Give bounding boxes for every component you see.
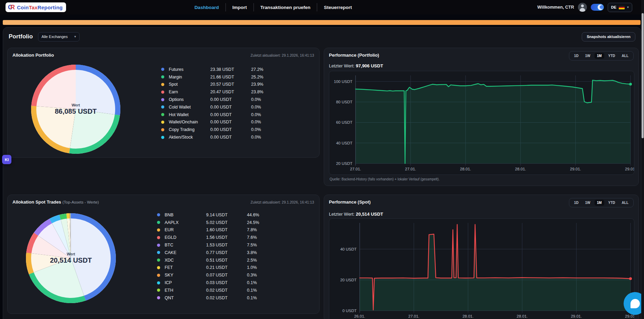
- dark-mode-toggle[interactable]: [591, 4, 604, 11]
- user-avatar-icon[interactable]: [578, 3, 587, 12]
- legend-value: 0.51 USDT: [206, 258, 247, 263]
- legend-color-dot: [157, 213, 160, 216]
- welcome-text: Willkommen, CTR: [537, 5, 574, 10]
- svg-text:28.01.: 28.01.: [460, 167, 471, 171]
- legend-percent: 1.0%: [247, 265, 309, 270]
- range-button-all[interactable]: ALL: [619, 200, 631, 206]
- range-button-1w[interactable]: 1W: [583, 200, 593, 206]
- time-range-selector: 1D1W1MYTDALL: [569, 51, 634, 60]
- legend-color-dot: [157, 266, 160, 269]
- refresh-snapshots-button[interactable]: Snapshots aktualisieren: [582, 32, 635, 41]
- legend-color-dot: [161, 91, 164, 94]
- exchange-filter-select[interactable]: Alle Exchanges ▾: [38, 32, 80, 41]
- range-button-1d[interactable]: 1D: [572, 200, 581, 206]
- scrollbar-track[interactable]: [641, 0, 644, 319]
- legend-percent: 25.2%: [251, 75, 313, 79]
- legend-color-dot: [161, 83, 164, 86]
- legend-value: 0.02 USDT: [206, 288, 247, 293]
- legend-row: ETH0.02 USDT0.1%: [157, 287, 309, 294]
- range-button-1m[interactable]: 1M: [595, 53, 604, 59]
- legend-value: 1.60 USDT: [206, 227, 247, 232]
- legend-color-dot: [157, 251, 160, 254]
- svg-text:28.01.: 28.01.: [462, 314, 473, 318]
- legend-value: 1.56 USDT: [206, 235, 247, 240]
- page-title: Portfolio: [9, 33, 33, 40]
- svg-text:29.01.: 29.01.: [571, 314, 582, 318]
- range-button-1w[interactable]: 1W: [583, 53, 593, 59]
- chat-bubble-icon: [631, 299, 640, 308]
- last-value: 97,906 USDT: [356, 63, 383, 68]
- legend-percent: 0.1%: [247, 288, 309, 293]
- legend-value: 21.66 USDT: [210, 75, 251, 79]
- legend-row: ICP0.03 USDT0.1%: [157, 279, 309, 287]
- legend-label: Options: [169, 97, 210, 102]
- legend-value: 0.03 USDT: [206, 280, 247, 285]
- legend-color-dot: [157, 244, 160, 247]
- legend-value: 20.57 USDT: [210, 82, 251, 87]
- legend-label: Copy Trading: [169, 127, 210, 132]
- chevron-down-icon: ▾: [74, 35, 76, 38]
- legend-label: Futures: [169, 67, 210, 72]
- ki-assistant-button[interactable]: KI: [2, 155, 11, 164]
- line-chart-svg: 0 USDT20 USDT40 USDT26.01.27.01.28.01.28…: [329, 219, 634, 319]
- legend-row: XDC0.51 USDT2.5%: [157, 256, 309, 264]
- legend-value: 0.00 USDT: [210, 97, 251, 102]
- card-title: Allokation Spot Trades (Top-Assets - Wer…: [12, 199, 99, 205]
- svg-text:29.01.: 29.01.: [570, 167, 581, 171]
- legend-color-dot: [161, 98, 164, 101]
- nav-link-transaktionen-pruefen[interactable]: Transaktionen pruefen: [254, 5, 317, 10]
- legend-percent: 27.2%: [251, 67, 313, 72]
- card-subtitle: (Top-Assets - Werte): [62, 200, 99, 204]
- line-chart-svg: 20 USDT40 USDT60 USDT80 USDT100 USDT27.0…: [329, 71, 634, 175]
- range-button-all[interactable]: ALL: [619, 53, 631, 59]
- legend-color-dot: [161, 68, 164, 71]
- allocation-legend: Futures23.38 USDT27.2%Margin21.66 USDT25…: [161, 66, 313, 141]
- svg-text:29.01.: 29.01.: [625, 314, 634, 318]
- nav-link-steuerreport[interactable]: Steuerreport: [317, 5, 358, 10]
- card-title: Allokation Portfolio: [12, 53, 54, 58]
- range-button-ytd[interactable]: YTD: [606, 53, 618, 59]
- time-range-selector: 1D1W1MYTDALL: [569, 198, 634, 207]
- legend-percent: 0.0%: [251, 127, 313, 132]
- range-button-1m[interactable]: 1M: [595, 200, 604, 206]
- performance-portfolio-card: Performance (Portfolio) 1D1W1MYTDALL Let…: [324, 48, 639, 186]
- legend-row: EGLD1.56 USDT7.6%: [157, 234, 309, 241]
- legend-color-dot: [161, 105, 164, 109]
- legend-percent: 7.5%: [247, 243, 309, 247]
- last-value: 20,514 USDT: [356, 212, 383, 217]
- legend-percent: 0.0%: [251, 97, 313, 102]
- svg-text:100 USDT: 100 USDT: [334, 79, 352, 84]
- legend-percent: 0.0%: [251, 105, 313, 110]
- accent-bar: [3, 20, 641, 25]
- legend-label: EUR: [165, 227, 206, 232]
- legend-value: 0.00 USDT: [210, 127, 251, 132]
- portfolio-header: Portfolio Alle Exchanges ▾ Snapshots akt…: [9, 31, 635, 42]
- svg-text:27.01.: 27.01.: [405, 167, 416, 171]
- legend-row: Hot Wallet0.00 USDT0.0%: [161, 111, 313, 119]
- dashboard-panel: Portfolio Alle Exchanges ▾ Snapshots akt…: [3, 27, 641, 319]
- legend-value: 0.77 USDT: [206, 250, 247, 255]
- legend-value: 0.00 USDT: [210, 135, 251, 140]
- performance-spot-card: Performance (Spot) 1D1W1MYTDALL Letzter …: [324, 195, 639, 319]
- scrollbar-thumb[interactable]: [642, 13, 644, 138]
- spot-allocation-pie-chart: Wert 20,514 USDT: [25, 213, 117, 304]
- legend-color-dot: [157, 296, 160, 299]
- range-button-1d[interactable]: 1D: [572, 53, 581, 59]
- legend-value: 0.00 USDT: [210, 105, 251, 110]
- legend-row: EUR1.60 USDT7.8%: [157, 226, 309, 234]
- legend-color-dot: [157, 274, 160, 277]
- legend-row: BNB9.14 USDT44.6%: [157, 211, 309, 219]
- legend-percent: 24.5%: [247, 220, 309, 225]
- nav-link-import[interactable]: Import: [226, 5, 254, 10]
- legend-label: ICP: [165, 280, 206, 285]
- legend-row: SKY0.07 USDT0.3%: [157, 271, 309, 279]
- legend-value: 9.14 USDT: [206, 213, 247, 217]
- navbar-right-cluster: Willkommen, CTR DE ▾: [537, 3, 636, 12]
- legend-percent: 2.5%: [247, 258, 309, 263]
- logo-text: CoinTaxReporting: [17, 4, 63, 10]
- nav-link-dashboard[interactable]: Dashboard: [188, 5, 226, 10]
- language-select[interactable]: DE ▾: [608, 3, 632, 12]
- app-logo[interactable]: CR CoinTaxReporting: [6, 2, 66, 12]
- range-button-ytd[interactable]: YTD: [606, 200, 618, 206]
- legend-label: BTC: [165, 243, 206, 247]
